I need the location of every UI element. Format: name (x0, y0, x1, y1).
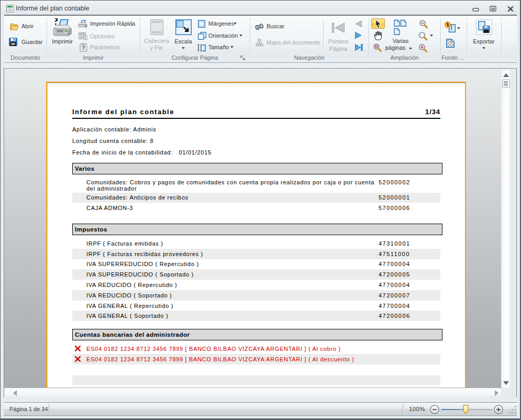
svg-text:?: ? (82, 45, 85, 51)
